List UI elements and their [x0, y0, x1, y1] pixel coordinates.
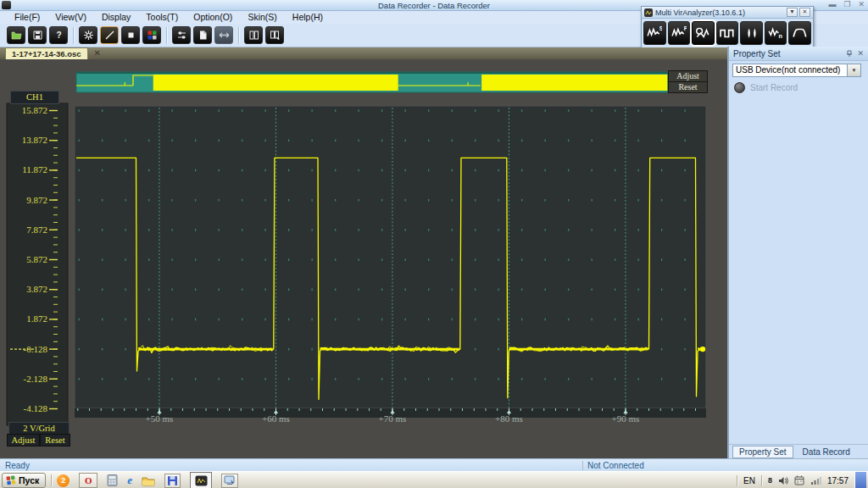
tab-close-icon[interactable]: ✕	[94, 47, 101, 59]
volts-per-grid-label: 2 V/Grid	[8, 422, 70, 435]
resize-arrows-button[interactable]	[214, 26, 233, 44]
document-tab[interactable]: 1-17+17-14-36.osc	[5, 47, 88, 59]
draw-line-button[interactable]	[100, 26, 119, 44]
oscilloscope-plot[interactable]: +50 ms+60 ms+70 ms+80 ms+90 ms15.87213.8…	[0, 59, 727, 458]
menu-item-help[interactable]: Help(H)	[285, 11, 331, 24]
draw-line-icon	[104, 30, 115, 41]
screen: Data Recorder - Data Recorder ▬ ❐ ✕ File…	[0, 0, 868, 488]
chevron-down-icon[interactable]: ▼	[847, 64, 860, 76]
property-panel-title: Property Set	[729, 49, 846, 58]
x-axis-label: +50 ms	[146, 413, 174, 424]
analyzer-close-button[interactable]: ✕	[799, 8, 810, 17]
analyzer-window: Multi VirAnalyzer(3.10.6.1) ▼ ✕ S P n	[641, 6, 814, 48]
panel-close-icon[interactable]: ✕	[857, 49, 864, 58]
record-icon	[734, 82, 745, 93]
save-icon	[32, 30, 43, 41]
pin-icon[interactable]	[846, 50, 853, 58]
x-axis-label: +90 ms	[612, 413, 640, 424]
help-button[interactable]: ?	[49, 26, 68, 44]
analyzer-titlebar[interactable]: Multi VirAnalyzer(3.10.6.1) ▼ ✕	[642, 7, 813, 19]
opera-icon[interactable]: O	[79, 473, 97, 488]
y-axis-label: 9.872	[26, 195, 47, 205]
open-folder-button[interactable]	[7, 26, 25, 44]
square-wave-icon	[720, 25, 735, 41]
folder-icon[interactable]	[142, 475, 155, 486]
wave-p-button[interactable]: P	[668, 21, 691, 45]
wave-record-button[interactable]	[692, 21, 715, 45]
menu-item-display[interactable]: Display	[94, 11, 138, 24]
svg-text:n: n	[779, 32, 782, 40]
channel-label: CH1	[10, 91, 59, 104]
overview-reset-button[interactable]: Reset	[668, 81, 708, 93]
calculator-icon[interactable]	[107, 474, 118, 486]
restore-button[interactable]: ❐	[843, 0, 850, 9]
square-wave-button[interactable]	[716, 21, 739, 45]
property-panel: Property Set ✕ USB Device(not connected)…	[727, 47, 868, 458]
column-settings-button[interactable]	[265, 26, 284, 44]
y-axis-label: 5.872	[26, 254, 47, 264]
start-button[interactable]: Пуск	[2, 473, 46, 488]
volume-icon[interactable]	[778, 476, 788, 485]
dual-wave-button[interactable]	[740, 21, 763, 45]
dual-wave-icon	[744, 25, 760, 41]
language-indicator[interactable]: EN	[743, 476, 755, 485]
scope-area: +50 ms+60 ms+70 ms+80 ms+90 ms15.87213.8…	[0, 59, 727, 458]
tab-data-record[interactable]: Data Record	[797, 446, 856, 458]
wave-n-button[interactable]: n	[765, 21, 787, 45]
start-record-button[interactable]: Start Record	[734, 82, 798, 93]
document-tab-label: 1-17+17-14-36.osc	[12, 49, 81, 58]
overview-adjust-button[interactable]: Adjust	[668, 70, 708, 82]
windows-logo-icon	[6, 475, 16, 485]
save-file-icon[interactable]	[164, 474, 181, 488]
scheduler-icon[interactable]	[794, 475, 804, 485]
data-recorder-taskbar-icon[interactable]	[190, 472, 212, 488]
svg-text:P: P	[683, 25, 686, 31]
menu-item-tools[interactable]: Tools(T)	[138, 11, 186, 24]
device-select-value: USB Device(not connected)	[733, 64, 847, 76]
qip-icon[interactable]: 2	[57, 474, 70, 487]
menu-item-view[interactable]: View(V)	[47, 11, 94, 24]
save-button[interactable]	[28, 26, 47, 44]
tray-app-icon[interactable]: 8	[768, 476, 772, 485]
device-select[interactable]: USB Device(not connected) ▼	[732, 64, 861, 77]
start-button-label: Пуск	[19, 475, 39, 485]
record-overview	[76, 72, 668, 92]
editor-icon[interactable]	[221, 474, 238, 488]
menu-item-option[interactable]: Option(O)	[186, 11, 240, 24]
mixer-icon	[176, 30, 187, 41]
internet-explorer-icon[interactable]: e	[127, 474, 132, 487]
wave-s-button[interactable]: S	[643, 21, 666, 45]
column-settings-icon	[270, 30, 281, 41]
stop-button[interactable]	[121, 26, 140, 44]
resize-arrows-icon	[219, 30, 230, 41]
quick-launch: 2 O e	[57, 472, 238, 488]
color-palette-button[interactable]	[142, 26, 161, 44]
scope-background	[7, 103, 706, 425]
menu-item-skin[interactable]: Skin(S)	[240, 11, 284, 24]
settings-button[interactable]	[79, 26, 97, 44]
tabbar: 1-17+17-14-36.osc ✕	[0, 47, 727, 59]
new-page-button[interactable]	[193, 26, 212, 44]
analyzer-menu-button[interactable]: ▼	[787, 8, 798, 17]
y-axis-label: 7.872	[26, 225, 47, 235]
open-folder-icon	[11, 30, 22, 41]
taskbar-clock[interactable]: 17:57	[827, 476, 849, 485]
scale-adjust-button[interactable]: Adjust	[7, 434, 40, 446]
network-icon[interactable]	[810, 476, 821, 485]
wave-s-icon: S	[647, 25, 662, 41]
close-button[interactable]: ✕	[858, 0, 865, 9]
split-columns-button[interactable]	[244, 26, 263, 44]
panel-tab-strip: Property Set Data Record	[729, 444, 868, 458]
status-ready: Ready	[5, 461, 30, 470]
minimize-button[interactable]: ▬	[828, 0, 836, 9]
tab-property-set[interactable]: Property Set	[732, 446, 793, 458]
mixer-button[interactable]	[172, 26, 191, 44]
y-axis-label: 15.872	[22, 105, 47, 115]
show-desktop-button[interactable]	[854, 472, 866, 488]
x-axis-label: +80 ms	[495, 413, 523, 424]
scale-reset-button[interactable]: Reset	[40, 434, 70, 446]
smooth-pulse-button[interactable]	[788, 21, 811, 45]
menu-item-file[interactable]: File(F)	[7, 11, 47, 24]
y-axis-label: -4.128	[24, 403, 48, 413]
property-panel-header: Property Set ✕	[729, 47, 868, 61]
